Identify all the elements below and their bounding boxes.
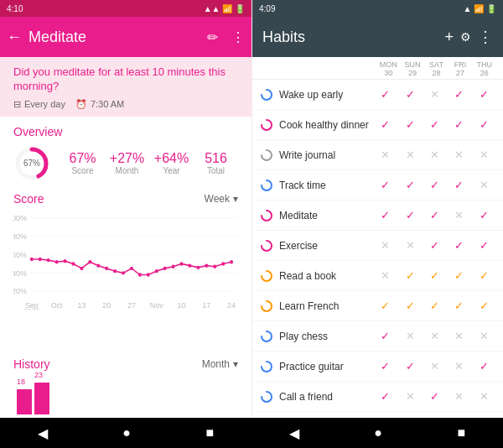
dropdown-icon: ▾	[233, 193, 238, 205]
nav-recent-right[interactable]: ■	[458, 425, 466, 440]
nav-back-left[interactable]: ◀	[38, 425, 48, 441]
overview-stats: 67% 67% Score +27% Month +64% Year 516	[13, 145, 238, 182]
check-cell[interactable]: ✕	[472, 179, 496, 191]
check-cell[interactable]: ✓	[447, 269, 471, 282]
check-cell[interactable]: ✕	[373, 239, 397, 252]
svg-text:13: 13	[77, 300, 86, 309]
filter-icon[interactable]: ⚙	[460, 30, 471, 44]
check-cell[interactable]: ✓	[423, 269, 447, 282]
habit-checks: ✓✓✕✕✓	[373, 360, 496, 372]
check-cell[interactable]: ✕	[423, 330, 447, 342]
back-icon[interactable]: ←	[7, 29, 22, 46]
habit-name: Exercise	[279, 240, 373, 252]
svg-text:Oct: Oct	[51, 300, 63, 309]
edit-icon[interactable]: ✏	[207, 29, 218, 45]
check-cell[interactable]: ✕	[373, 269, 397, 282]
total-label: Total	[207, 166, 225, 175]
check-cell[interactable]: ✓	[397, 269, 422, 282]
check-cell[interactable]: ✕	[423, 88, 447, 101]
check-cell[interactable]: ✓	[373, 179, 397, 191]
check-cell[interactable]: ✓	[423, 239, 447, 252]
check-cell[interactable]: ✓	[423, 118, 447, 131]
svg-point-29	[163, 267, 167, 270]
check-cell[interactable]: ✓	[373, 360, 397, 372]
day-col-mon: MON 30	[376, 60, 401, 77]
history-period-selector[interactable]: Month ▾	[202, 358, 238, 370]
check-cell[interactable]: ✓	[423, 390, 447, 403]
check-cell[interactable]: ✓	[373, 300, 397, 312]
habit-icon	[259, 238, 274, 253]
check-cell[interactable]: ✕	[447, 209, 471, 221]
habit-name: Track time	[279, 180, 373, 191]
check-cell[interactable]: ✕	[472, 390, 496, 403]
check-cell[interactable]: ✕	[423, 148, 447, 161]
nav-back-right[interactable]: ◀	[289, 425, 299, 441]
check-cell[interactable]: ✓	[423, 179, 447, 191]
check-cell[interactable]: ✓	[373, 118, 397, 131]
right-nav: ◀ ● ■	[252, 418, 503, 448]
habit-icon	[259, 299, 274, 314]
check-cell[interactable]: ✓	[472, 209, 496, 221]
more-icon[interactable]: ⋮	[231, 29, 245, 45]
check-cell[interactable]: ✓	[397, 300, 422, 312]
habit-row: Meditate✓✓✓✕✓	[252, 201, 503, 231]
habit-icon	[259, 87, 274, 102]
check-cell[interactable]: ✕	[423, 360, 447, 372]
nav-home-left[interactable]: ●	[122, 425, 131, 440]
svg-text:60%: 60%	[13, 250, 27, 258]
right-title: Habits	[262, 29, 438, 46]
check-cell[interactable]: ✓	[373, 88, 397, 101]
check-cell[interactable]: ✓	[397, 209, 422, 221]
check-cell[interactable]: ✕	[397, 148, 422, 161]
check-cell[interactable]: ✕	[447, 360, 471, 372]
svg-point-21	[96, 263, 100, 267]
check-cell[interactable]: ✕	[472, 330, 496, 342]
check-cell[interactable]: ✓	[447, 88, 471, 101]
habit-icon	[259, 208, 274, 223]
nav-home-right[interactable]: ●	[374, 425, 382, 440]
check-cell[interactable]: ✓	[397, 179, 422, 191]
check-cell[interactable]: ✓	[447, 179, 471, 191]
check-cell[interactable]: ✓	[397, 360, 422, 372]
habit-checks: ✕✕✓✓✓	[373, 239, 496, 252]
score-period-selector[interactable]: Week ▾	[205, 193, 238, 205]
check-cell[interactable]: ✓	[423, 209, 447, 221]
check-cell[interactable]: ✕	[397, 330, 422, 342]
svg-text:24: 24	[227, 300, 236, 309]
check-cell[interactable]: ✕	[373, 148, 397, 161]
check-cell[interactable]: ✕	[397, 239, 422, 252]
check-cell[interactable]: ✕	[447, 148, 471, 161]
habit-row: Learn French✓✓✓✓✓	[252, 291, 503, 321]
check-cell[interactable]: ✕	[472, 148, 496, 161]
svg-text:100%: 100%	[13, 214, 27, 222]
check-cell[interactable]: ✕	[447, 390, 471, 403]
habit-name: Play chess	[279, 331, 373, 342]
check-cell[interactable]: ✕	[397, 390, 422, 403]
check-cell[interactable]: ✓	[373, 209, 397, 221]
check-cell[interactable]: ✓	[447, 300, 471, 312]
check-cell[interactable]: ✓	[472, 360, 496, 372]
check-cell[interactable]: ✓	[447, 118, 471, 131]
check-cell[interactable]: ✓	[472, 239, 496, 252]
check-cell[interactable]: ✓	[423, 300, 447, 312]
add-icon[interactable]: +	[444, 29, 454, 46]
check-cell[interactable]: ✕	[447, 330, 471, 342]
habit-row: Practice guitar✓✓✕✕✓	[252, 352, 503, 382]
right-more-icon[interactable]: ⋮	[478, 28, 493, 46]
check-cell[interactable]: ✓	[447, 239, 471, 252]
check-cell[interactable]: ✓	[472, 300, 496, 312]
check-cell[interactable]: ✓	[373, 330, 397, 342]
check-cell[interactable]: ✓	[373, 390, 397, 403]
check-cell[interactable]: ✓	[472, 118, 496, 131]
habit-name: Practice guitar	[279, 361, 373, 372]
check-cell[interactable]: ✓	[397, 88, 422, 101]
svg-point-23	[113, 269, 117, 273]
stat-year: +64% Year	[149, 151, 194, 175]
check-cell[interactable]: ✓	[472, 269, 496, 282]
main-area: 4:10 ▲▲ 📶 🔋 ← Meditate ✏ ⋮ Did you medit…	[0, 0, 503, 418]
svg-text:27: 27	[127, 300, 136, 309]
svg-point-32	[188, 263, 191, 267]
check-cell[interactable]: ✓	[397, 118, 422, 131]
nav-recent-left[interactable]: ■	[206, 425, 215, 440]
check-cell[interactable]: ✓	[472, 88, 496, 101]
